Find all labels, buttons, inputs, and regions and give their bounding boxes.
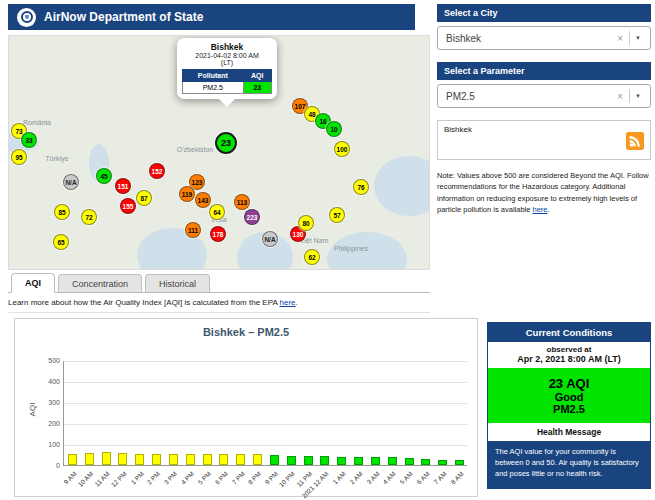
aqi-marker[interactable]: 45	[96, 168, 112, 184]
observed-block: observed at Apr 2, 2021 8:00 AM (LT)	[488, 342, 650, 368]
city-select-value: Bishkek	[446, 33, 611, 44]
tab-historical[interactable]: Historical	[145, 274, 210, 292]
observed-time: Apr 2, 2021 8:00 AM (LT)	[490, 354, 648, 364]
popup-pollutant-header: Pollutant	[183, 70, 244, 82]
parameter-dropdown-arrow-icon[interactable]: ▼	[630, 93, 646, 99]
chart-bar	[371, 457, 380, 465]
chart-bar	[169, 454, 178, 465]
map-canvas[interactable]: Bishkek 2021-04-02 8:00 AM (LT) Pollutan…	[8, 35, 430, 270]
epa-here-link[interactable]: here	[280, 298, 296, 307]
chart-bar	[388, 457, 397, 465]
chart-bar	[455, 460, 464, 465]
aqi-note: Note: Values above 500 are considered Be…	[437, 170, 651, 215]
aqi-marker[interactable]: 152	[149, 163, 165, 179]
aqi-parameter: PM2.5	[492, 403, 646, 415]
chart-bar	[85, 453, 94, 465]
gridline	[64, 424, 467, 425]
x-tick-label: 5 AM	[399, 470, 414, 485]
chart-bar	[135, 454, 144, 465]
chart-bar	[287, 456, 296, 465]
x-tick-label: 3 AM	[365, 470, 380, 485]
city-dropdown-arrow-icon[interactable]: ▼	[630, 35, 646, 41]
aqi-marker[interactable]: 111	[185, 222, 201, 238]
aqi-marker[interactable]: N/A	[63, 174, 79, 190]
parameter-select[interactable]: PM2.5 × ▼	[437, 84, 651, 108]
aqi-marker[interactable]: 33	[21, 132, 37, 148]
gridline	[64, 361, 467, 362]
sidebar: Select a City Bishkek × ▼ Select a Param…	[437, 4, 651, 215]
tab-aqi[interactable]: AQI	[11, 273, 55, 293]
app-header: AirNow Department of State	[8, 4, 415, 30]
aqi-marker[interactable]: 100	[334, 141, 350, 157]
health-message-text: The AQI value for your community is betw…	[488, 441, 650, 488]
y-tick-label: 300	[48, 399, 60, 406]
x-tick-label: 7 AM	[432, 470, 447, 485]
chart-bar	[320, 456, 329, 465]
chart-bar	[219, 454, 228, 465]
aqi-marker[interactable]: 57	[329, 207, 345, 223]
popup-timezone: (LT)	[182, 59, 272, 66]
city-clear-icon[interactable]: ×	[611, 33, 629, 44]
chart-bar	[421, 459, 430, 465]
tab-strip: AQIConcentrationHistorical	[8, 273, 430, 293]
x-tick-label: 11 AM	[93, 470, 111, 488]
gridline	[64, 382, 467, 383]
aqi-marker[interactable]: N/A	[262, 231, 278, 247]
x-tick-label: 1 AM	[331, 470, 346, 485]
epa-text: Learn more about how the Air Quality Ind…	[8, 298, 280, 307]
aqi-chart: Bishkek – PM2.5 AQI 01002003004005009 AM…	[14, 318, 478, 497]
chart-bar	[304, 456, 313, 465]
aqi-marker[interactable]: 87	[136, 190, 152, 206]
aqi-marker[interactable]: 143	[195, 192, 211, 208]
aqi-marker[interactable]: 64	[209, 204, 225, 220]
x-tick-label: 12 PM	[110, 470, 128, 488]
chart-bar	[236, 454, 245, 465]
y-tick-label: 100	[48, 441, 60, 448]
note-here-link[interactable]: here	[532, 205, 547, 214]
x-tick-label: 3 PM	[163, 470, 179, 486]
aqi-marker[interactable]: 151	[115, 178, 131, 194]
aqi-marker[interactable]: 76	[353, 179, 369, 195]
aqi-marker[interactable]: 62	[304, 249, 320, 265]
aqi-marker[interactable]: 10	[326, 121, 342, 137]
rss-icon[interactable]	[626, 132, 644, 150]
map-place-label: Türkiye	[46, 155, 69, 162]
popup-datetime: 2021-04-02 8:00 AM	[182, 52, 272, 59]
water-shape	[374, 156, 430, 216]
aqi-marker[interactable]: 65	[53, 234, 69, 250]
popup-aqi-header: AQI	[243, 70, 271, 82]
chart-bar	[438, 460, 447, 465]
chart-bar	[152, 454, 161, 465]
chart-plot: AQI 01002003004005009 AM10 AM11 AM12 PM1…	[63, 361, 467, 466]
chart-bar	[405, 458, 414, 465]
chart-title: Bishkek – PM2.5	[15, 319, 477, 338]
map-place-label: România	[23, 119, 51, 126]
aqi-marker[interactable]: 119	[179, 186, 195, 202]
popup-aqi-value: 23	[243, 82, 271, 94]
aqi-value-box: 23 AQI Good PM2.5	[488, 368, 650, 423]
city-select[interactable]: Bishkek × ▼	[437, 26, 651, 50]
x-tick-label: 2 PM	[146, 470, 162, 486]
aqi-marker[interactable]: 223	[244, 209, 260, 225]
tab-concentration[interactable]: Concentration	[58, 274, 142, 292]
epa-text-after: .	[296, 298, 298, 307]
aqi-marker[interactable]: 80	[298, 215, 314, 231]
chart-bar	[203, 454, 212, 465]
aqi-marker-selected[interactable]: 23	[215, 132, 237, 154]
x-tick-label: 6 PM	[213, 470, 229, 486]
aqi-marker[interactable]: 72	[81, 209, 97, 225]
chart-bar	[118, 453, 127, 465]
gridline	[64, 445, 467, 446]
aqi-marker[interactable]: 85	[54, 204, 70, 220]
observed-label: observed at	[490, 345, 648, 354]
aqi-marker[interactable]: 95	[11, 149, 27, 165]
x-tick-label: 8 PM	[247, 470, 263, 486]
chart-bar	[354, 457, 363, 465]
chart-bar	[337, 457, 346, 465]
aqi-marker[interactable]: 113	[234, 194, 250, 210]
x-tick-label: 7 PM	[230, 470, 246, 486]
x-tick-label: 1 PM	[129, 470, 145, 486]
parameter-clear-icon[interactable]: ×	[611, 91, 629, 102]
aqi-marker[interactable]: 155	[120, 198, 136, 214]
aqi-marker[interactable]: 178	[210, 226, 226, 242]
